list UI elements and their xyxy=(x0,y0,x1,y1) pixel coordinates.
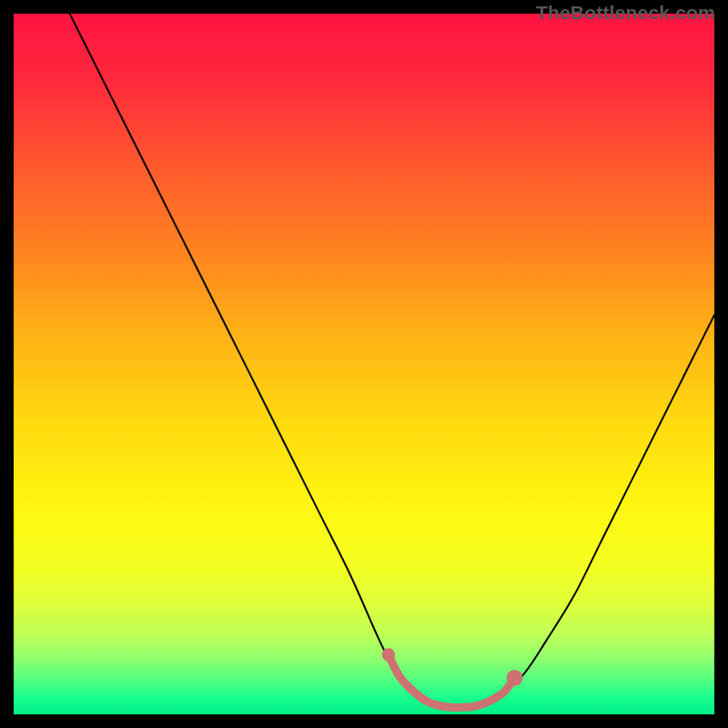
bottleneck-chart xyxy=(14,14,714,714)
chart-frame: TheBottleneck.com xyxy=(0,0,728,728)
watermark-text: TheBottleneck.com xyxy=(536,2,715,24)
svg-point-0 xyxy=(382,648,395,661)
svg-point-1 xyxy=(507,670,523,686)
gradient-background xyxy=(14,14,714,714)
